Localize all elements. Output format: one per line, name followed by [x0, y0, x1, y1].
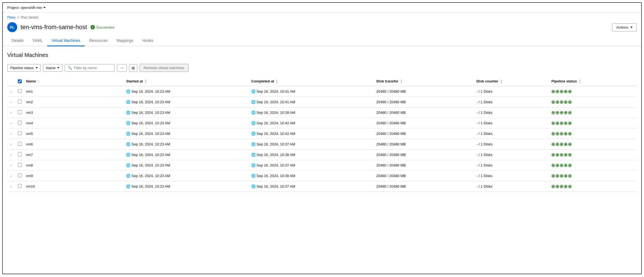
expand-button[interactable]: ›	[9, 89, 13, 94]
checkbox-cell	[16, 118, 24, 129]
pipeline-dots	[552, 185, 635, 188]
pipeline-dots	[552, 143, 635, 146]
columns-button[interactable]: ⊞	[129, 64, 137, 72]
actions-label: Actions	[616, 25, 628, 29]
pipeline-status-cell	[549, 86, 637, 97]
row-checkbox[interactable]	[18, 142, 22, 146]
pipeline-dot	[564, 90, 567, 93]
expand-button[interactable]: ›	[9, 110, 13, 115]
expand-cell: ›	[7, 181, 16, 192]
started-at: 🌐Sep 16, 2024, 10:23 AM	[124, 129, 249, 139]
header-row: Name ↑ Started at ⋮ Completed a	[7, 76, 637, 86]
disk-transfer: 20480 / 20480 MB	[374, 160, 474, 171]
expand-button[interactable]: ›	[9, 100, 13, 105]
project-dropdown[interactable]: openshift-mtv	[21, 6, 46, 10]
disk-transfer: 20480 / 20480 MB	[374, 107, 474, 118]
table-row: › vm2 🌐Sep 16, 2024, 10:23 AM 🌐Sep 16, 2…	[7, 97, 637, 107]
checkbox-cell	[16, 171, 24, 181]
pipeline-status-cell	[549, 97, 637, 107]
pipeline-status-filter[interactable]: Pipeline status	[7, 64, 41, 72]
row-checkbox[interactable]	[18, 121, 22, 125]
completed-sort-icon[interactable]: ⋮	[275, 79, 279, 83]
globe-icon: 🌐	[126, 184, 130, 188]
completed-at: 🌐Sep 16, 2024, 10:41 AM	[249, 97, 374, 107]
tab-hooks[interactable]: Hooks	[138, 36, 158, 46]
search-box[interactable]: 🔍	[65, 64, 115, 72]
completed-at: 🌐Sep 16, 2024, 10:42 AM	[249, 129, 374, 139]
row-checkbox[interactable]	[18, 131, 22, 135]
content-area: Virtual Machines Pipeline status Name 🔍 …	[3, 46, 641, 197]
globe-icon: 🌐	[251, 100, 256, 104]
table-row: › vm3 🌐Sep 16, 2024, 10:23 AM 🌐Sep 16, 2…	[7, 107, 637, 118]
started-at: 🌐Sep 16, 2024, 10:23 AM	[124, 181, 249, 192]
expand-button[interactable]: ›	[9, 184, 13, 189]
search-arrow-button[interactable]: →	[117, 64, 127, 72]
expand-cell: ›	[7, 150, 16, 160]
completed-at: 🌐Sep 16, 2024, 10:37 AM	[249, 160, 374, 171]
pipeline-dot	[556, 153, 559, 157]
row-checkbox[interactable]	[18, 184, 22, 188]
globe-icon: 🌐	[251, 89, 256, 94]
pipeline-dot	[564, 111, 567, 114]
pipeline-sort-icon[interactable]: ⋮	[578, 79, 582, 83]
status-badge: ✓ Succeeded	[90, 25, 114, 29]
expand-button[interactable]: ›	[9, 121, 13, 126]
remove-vms-button[interactable]: Remove virtual machines	[140, 64, 188, 72]
tab-mappings[interactable]: Mappings	[112, 36, 138, 46]
pipeline-status-cell	[549, 171, 637, 181]
tab-virtual-machines[interactable]: Virtual Machines	[47, 36, 85, 46]
select-all-checkbox[interactable]	[18, 79, 22, 83]
name-filter-label: Name	[46, 66, 56, 70]
pipeline-dot	[560, 153, 563, 157]
status-text: Succeeded	[96, 25, 114, 29]
pipeline-dot	[568, 143, 572, 146]
th-name: Name ↑	[24, 76, 124, 86]
pipeline-dot	[560, 100, 563, 104]
breadcrumb-plans-link[interactable]: Plans	[7, 16, 16, 19]
row-checkbox[interactable]	[18, 100, 22, 104]
pipeline-dot	[552, 122, 555, 125]
pipeline-dot	[568, 185, 572, 188]
th-started-at: Started at ⋮	[124, 76, 249, 86]
search-input[interactable]	[74, 66, 107, 70]
pipeline-dots	[552, 164, 635, 167]
actions-button[interactable]: Actions	[612, 23, 637, 31]
tab-details[interactable]: Details	[7, 36, 28, 46]
project-prefix-label: Project:	[7, 6, 19, 10]
tab-yaml[interactable]: YAML	[28, 36, 47, 46]
expand-cell: ›	[7, 129, 16, 139]
started-sort-icon[interactable]: ⋮	[144, 79, 147, 83]
disk-transfer: 20480 / 20480 MB	[374, 97, 474, 107]
expand-button[interactable]: ›	[9, 163, 13, 168]
globe-icon: 🌐	[126, 174, 130, 178]
row-checkbox[interactable]	[18, 173, 22, 177]
completed-at: 🌐Sep 16, 2024, 10:41 AM	[249, 86, 374, 97]
name-sort-icon: ↑	[37, 80, 39, 83]
table-body: › vm1 🌐Sep 16, 2024, 10:23 AM 🌐Sep 16, 2…	[7, 86, 637, 192]
expand-button[interactable]: ›	[9, 142, 13, 147]
pipeline-dot	[568, 90, 572, 93]
expand-cell: ›	[7, 107, 16, 118]
tab-resources[interactable]: Resources	[85, 36, 112, 46]
disk-counter-sort-icon[interactable]: ⋮	[499, 79, 503, 83]
pipeline-dot	[568, 100, 572, 104]
expand-button[interactable]: ›	[9, 152, 13, 157]
row-checkbox[interactable]	[18, 152, 22, 156]
search-icon: 🔍	[68, 66, 72, 70]
expand-button[interactable]: ›	[9, 173, 13, 178]
pipeline-dot	[568, 132, 572, 135]
row-checkbox[interactable]	[18, 110, 22, 114]
expand-cell: ›	[7, 118, 16, 129]
pipeline-dot	[552, 143, 555, 146]
name-filter[interactable]: Name	[43, 64, 63, 72]
expand-button[interactable]: ›	[9, 131, 13, 136]
actions-chevron-icon	[630, 27, 633, 28]
checkbox-cell	[16, 150, 24, 160]
row-checkbox[interactable]	[18, 89, 22, 93]
globe-icon: 🌐	[126, 163, 130, 167]
page-header-left: PL ten-vms-from-same-host ✓ Succeeded	[7, 22, 114, 32]
row-checkbox[interactable]	[18, 163, 22, 167]
pipeline-dot	[568, 164, 572, 167]
disk-transfer-sort-icon[interactable]: ⋮	[399, 79, 403, 83]
completed-at: 🌐Sep 16, 2024, 10:38 AM	[249, 171, 374, 181]
